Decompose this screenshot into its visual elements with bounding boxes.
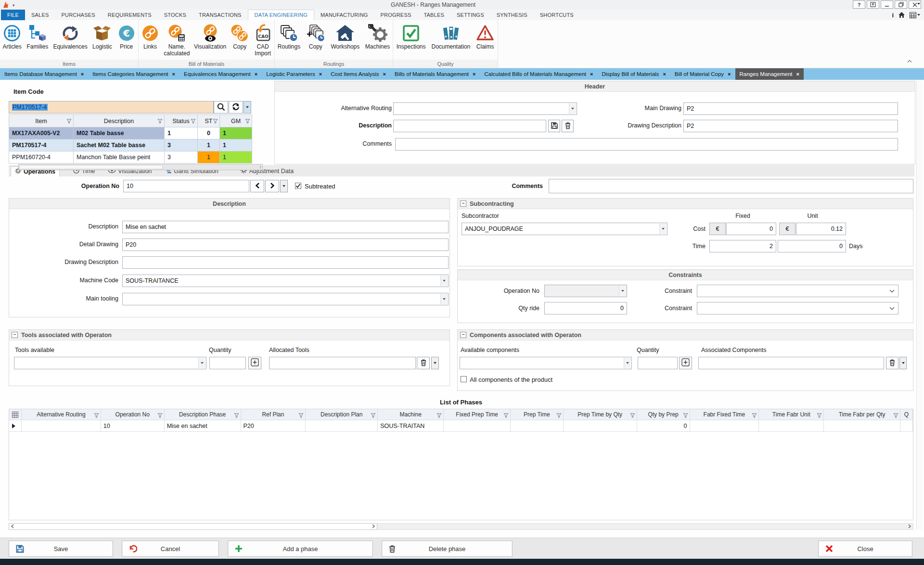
associated-components-input[interactable] [698,357,884,369]
menu-tab-requirements[interactable]: REQUIREMENTS [102,10,158,20]
filter-icon[interactable] [213,119,218,124]
cost-unit-input[interactable]: 0.12 [796,223,846,235]
item-row-pm170517-4[interactable]: PM170517-4Sachet M02 Table basse311 [9,139,252,151]
ribbon-equivalences[interactable]: Equivalences [51,23,90,51]
tab-close-icon[interactable]: × [319,71,322,77]
next-operation-button[interactable] [265,180,279,192]
components-quantity-input[interactable] [638,357,678,369]
delete-description-button[interactable] [562,120,574,132]
menu-tab-synthesis[interactable]: SYNTHESIS [490,10,534,20]
menu-tab-purchases[interactable]: PURCHASES [55,10,102,20]
menu-tab-settings[interactable]: SETTINGS [450,10,490,20]
collapse-icon[interactable]: – [460,332,466,338]
filter-icon[interactable] [157,119,163,124]
tab-close-icon[interactable]: × [255,71,257,77]
drawing-description-input[interactable]: P2 [683,120,898,132]
refresh-button[interactable] [229,101,243,113]
phases-header-description-phase[interactable]: Description Phase [165,409,241,420]
ribbon-machines[interactable]: Machines [362,23,393,51]
phases-header-machine[interactable]: Machine [378,409,444,420]
calculator-icon[interactable] [910,12,920,18]
menu-tab-transactions[interactable]: TRANSACTIONS [192,10,248,20]
tools-quantity-input[interactable] [209,357,246,369]
footer-cancel-button[interactable]: Cancel [122,540,219,557]
filter-icon[interactable] [893,413,898,418]
tools-available-combo[interactable] [14,357,206,369]
doc-tab-ranges-management[interactable]: Ranges Management× [735,68,804,80]
help-button[interactable]: ? [853,0,865,9]
footer-save-button[interactable]: Save [9,540,113,557]
detail-drawing-input[interactable]: P20 [122,239,449,251]
footer-delete-phase-button[interactable]: Delete phase [382,540,513,557]
item-row-ppm160720-4[interactable]: PPM160720-4Manchon Table Basse peint311 [9,151,252,163]
description-field-input[interactable]: Mise en sachet [122,221,449,233]
associated-components-dropdown[interactable] [899,357,907,369]
phases-header-operation-no[interactable]: Operation No [101,409,165,420]
filter-icon[interactable] [191,119,196,124]
delete-component-button[interactable] [886,357,898,369]
chevron-down-icon[interactable] [440,294,448,304]
item-grid-header-status[interactable]: Status [165,115,198,127]
doc-tab-cost-items-analysis[interactable]: Cost Items Analysis× [326,68,390,80]
tab-close-icon[interactable]: × [81,71,84,77]
chevron-down-icon[interactable] [198,358,205,368]
ribbon-documentation[interactable]: Documentation [428,23,473,51]
filter-icon[interactable] [683,413,688,418]
header-comments-input[interactable] [395,138,898,151]
phases-header-fabr-fixed-time[interactable]: Fabr Fixed Time [690,409,759,420]
item-code-search-input[interactable]: PM170517-4 [9,101,214,113]
home-icon[interactable] [898,12,905,18]
ribbon-claims[interactable]: Claims [473,23,497,51]
item-row-mx17axa005-v2[interactable]: MX17AXA005-V2M02 Table basse101 [9,127,252,139]
ribbon-links[interactable]: Links [139,23,162,51]
doc-tab-equivalences-management[interactable]: Equivalences Management× [180,68,262,80]
filter-icon[interactable] [556,413,562,418]
ribbon-copy[interactable]: Copy [228,23,251,51]
constraint2-combo[interactable] [697,302,898,314]
filter-icon[interactable] [66,119,72,124]
minimize-button[interactable] [881,0,893,9]
ribbon-price[interactable]: €Price [115,23,138,51]
delete-tool-button[interactable] [417,357,430,369]
chevron-down-icon[interactable] [889,288,895,294]
tab-close-icon[interactable]: × [728,71,731,77]
allocated-tools-dropdown[interactable] [431,357,439,369]
menu-tab-data-engineering[interactable]: DATA ENGINEERING [248,10,314,20]
operation-comments-input[interactable] [549,179,913,193]
item-grid-header-st[interactable]: ST [198,115,220,127]
qty-ride-input[interactable]: 0 [544,302,627,314]
item-grid-header-item[interactable]: Item [9,115,74,127]
subtreated-checkbox[interactable] [295,183,301,189]
search-dropdown-button[interactable] [244,101,251,113]
scrollbar-thumb[interactable] [19,165,163,169]
menu-tab-sales[interactable]: SALES [25,10,55,20]
ribbon-visualization[interactable]: Visualization [192,23,228,51]
tab-close-icon[interactable]: × [796,71,799,77]
main-tooling-combo[interactable] [122,293,449,305]
pin-button[interactable] [867,0,879,9]
footer-close-button[interactable]: Close [818,540,912,557]
content-hscrollbar[interactable] [377,523,913,530]
doc-tab-display-bill-of-materials[interactable]: Display Bill of Materials× [598,68,670,80]
chevron-down-icon[interactable] [619,286,626,296]
menu-tab-shortcuts[interactable]: SHORTCUTS [534,10,580,20]
scroll-right-icon[interactable] [372,523,375,530]
phases-header-fixed-prep-time[interactable]: Fixed Prep Time [444,409,511,420]
chevron-down-icon[interactable] [889,305,895,312]
drawing-description2-input[interactable] [122,256,449,269]
phases-header-time-fabr-per-qty[interactable]: Time Fabr per Qty [824,409,900,420]
menu-tab-manufacturing[interactable]: MANUFACTURING [314,10,374,20]
vertical-scrollbar-gutter[interactable] [916,81,923,530]
filter-icon[interactable] [817,413,822,418]
item-grid-hscrollbar[interactable]: ↕ [18,164,263,170]
phases-header-prep-time-by-qty[interactable]: Prep Time by Qty [564,409,637,420]
doc-tab-calculated-bills-of-materials-management[interactable]: Calculated Bills of Materials Management… [480,68,597,80]
phases-header-ref-plan[interactable]: Ref Plan [241,409,306,420]
collapse-icon[interactable]: – [460,201,466,207]
ribbon-collapse-icon[interactable] [907,58,912,64]
chevron-down-icon[interactable] [659,224,667,234]
scroll-right-icon[interactable] [908,523,911,530]
operation-no-input[interactable]: 10 [123,180,249,192]
filter-icon[interactable] [234,413,239,418]
item-grid-header-description[interactable]: Description [74,115,165,127]
